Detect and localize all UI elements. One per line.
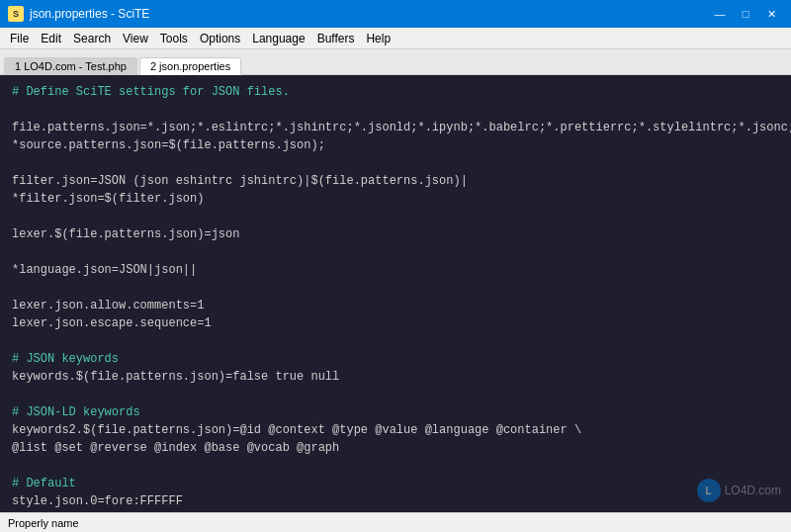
- menu-help[interactable]: Help: [360, 30, 396, 47]
- menu-edit[interactable]: Edit: [35, 30, 67, 47]
- code-content[interactable]: # Define SciTE settings for JSON files. …: [0, 75, 791, 512]
- editor-container: # Define SciTE settings for JSON files. …: [0, 75, 791, 512]
- title-bar-left: S json.properties - SciTE: [8, 6, 149, 22]
- menu-bar: File Edit Search View Tools Options Lang…: [0, 28, 791, 49]
- watermark-text: LO4D.com: [725, 484, 781, 497]
- title-bar: S json.properties - SciTE — □ ✕: [0, 0, 791, 28]
- maximize-button[interactable]: □: [734, 4, 757, 24]
- status-text: Properly name: [8, 517, 79, 529]
- status-bar: Properly name: [0, 512, 791, 532]
- menu-view[interactable]: View: [117, 30, 154, 47]
- close-button[interactable]: ✕: [759, 4, 783, 24]
- watermark-logo: L: [697, 479, 721, 502]
- menu-file[interactable]: File: [4, 30, 35, 47]
- title-controls[interactable]: — □ ✕: [708, 4, 783, 24]
- menu-tools[interactable]: Tools: [154, 30, 194, 47]
- tab-json-properties[interactable]: 2 json.properties: [139, 57, 241, 75]
- menu-language[interactable]: Language: [246, 30, 310, 47]
- menu-search[interactable]: Search: [67, 30, 117, 47]
- tabs-bar: 1 LO4D.com - Test.php 2 json.properties: [0, 49, 791, 75]
- menu-options[interactable]: Options: [194, 30, 246, 47]
- watermark: L LO4D.com: [697, 479, 781, 502]
- tab-test-php[interactable]: 1 LO4D.com - Test.php: [4, 57, 137, 74]
- app-icon: S: [8, 6, 24, 22]
- editor-area: # Define SciTE settings for JSON files. …: [0, 75, 791, 512]
- menu-buffers[interactable]: Buffers: [311, 30, 361, 47]
- window-title: json.properties - SciTE: [30, 7, 149, 21]
- minimize-button[interactable]: —: [708, 4, 732, 24]
